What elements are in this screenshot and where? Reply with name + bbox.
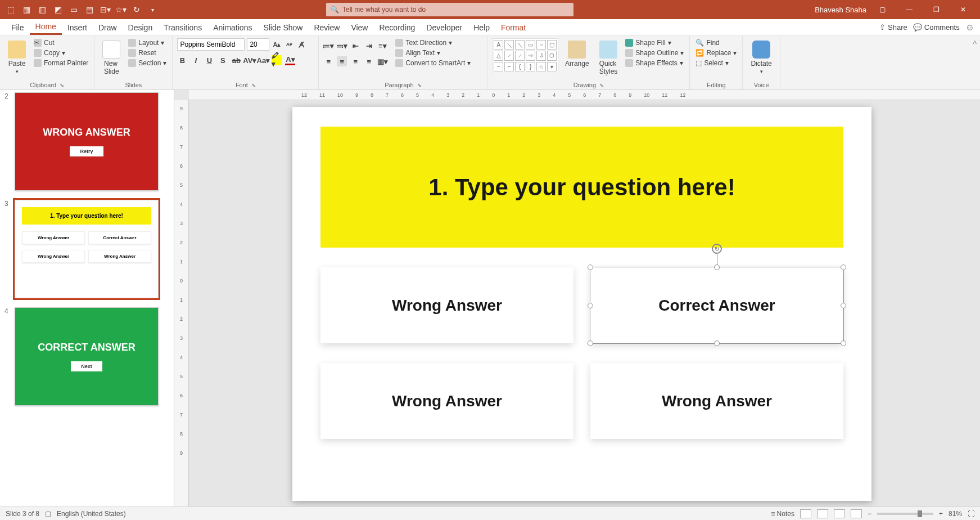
fit-to-window-button[interactable]: ⛶ — [968, 510, 974, 518]
selection-handle-nw[interactable] — [588, 265, 593, 270]
convert-smartart-button[interactable]: Convert to SmartArt ▾ — [394, 59, 472, 68]
shape-brace2-icon[interactable]: } — [526, 62, 535, 71]
selection-handle-w[interactable] — [588, 303, 593, 308]
numbering-button[interactable]: ≕▾ — [337, 41, 347, 51]
decrease-font-icon[interactable]: A▾ — [284, 39, 294, 50]
reset-button[interactable]: Reset — [127, 48, 168, 57]
layout-button[interactable]: Layout ▾ — [127, 38, 168, 47]
zoom-level[interactable]: 81% — [949, 510, 962, 518]
qat-icon-5[interactable]: ▭ — [69, 5, 79, 15]
strikethrough-button[interactable]: ab — [231, 55, 241, 65]
shape-rect-icon[interactable]: ▭ — [526, 40, 535, 50]
shape-curve-icon[interactable]: ～ — [494, 62, 503, 71]
selection-handle-n[interactable] — [714, 265, 720, 270]
zoom-thumb[interactable] — [918, 510, 922, 517]
shape-textbox-icon[interactable]: A — [494, 40, 503, 50]
columns-button[interactable]: ▥▾ — [377, 56, 387, 66]
qat-icon-6[interactable]: ▤ — [84, 5, 94, 15]
qat-icon-2[interactable]: ▦ — [21, 5, 31, 15]
char-spacing-button[interactable]: AV▾ — [245, 55, 255, 65]
qat-customize-icon[interactable]: ▾ — [147, 5, 157, 15]
align-center-button[interactable]: ≡ — [337, 56, 347, 66]
collapse-ribbon-icon[interactable]: ^ — [969, 36, 980, 89]
language-indicator[interactable]: English (United States) — [57, 510, 126, 518]
sorter-view-button[interactable] — [817, 509, 828, 518]
clipboard-launcher-icon[interactable]: ⬊ — [60, 82, 64, 88]
justify-button[interactable]: ≡ — [364, 56, 374, 66]
slide-thumbnail-3[interactable]: 1. Type your question here! Wrong Answer… — [15, 200, 159, 298]
shape-outline-button[interactable]: Shape Outline ▾ — [624, 48, 685, 57]
zoom-slider[interactable] — [877, 513, 933, 515]
minimize-button[interactable]: — — [898, 0, 920, 19]
tab-home[interactable]: Home — [30, 20, 62, 35]
shapes-gallery[interactable]: A ＼ ＼ ▭ ○ ▢ △ ⟋ ⟋ ⇨ ⇩ ⬡ ～ ⌐ { } ☆ ▾ — [492, 38, 558, 73]
redo-icon[interactable]: ↻ — [132, 5, 142, 15]
tab-transitions[interactable]: Transitions — [158, 21, 207, 34]
shape-star-icon[interactable]: ☆ — [536, 62, 546, 71]
tab-format[interactable]: Format — [495, 21, 531, 34]
tab-developer[interactable]: Developer — [421, 21, 468, 34]
question-shape[interactable]: 1. Type your question here! — [320, 127, 843, 248]
paste-button[interactable]: Paste ▾ — [4, 38, 29, 77]
selection-handle-e[interactable] — [841, 303, 846, 308]
shape-arrow5-icon[interactable]: ⇩ — [536, 51, 546, 60]
close-button[interactable]: ✕ — [952, 0, 974, 19]
font-size-input[interactable]: 20 — [247, 38, 269, 51]
font-launcher-icon[interactable]: ⬊ — [251, 82, 256, 88]
selection-handle-se[interactable] — [841, 340, 846, 346]
share-button[interactable]: ⇪Share — [879, 23, 907, 32]
bold-button[interactable]: B — [177, 55, 187, 65]
zoom-out-button[interactable]: − — [868, 510, 871, 518]
thumb-wrap-2[interactable]: 2 WRONG ANSWER Retry — [4, 92, 164, 191]
shadow-button[interactable]: S — [218, 55, 228, 65]
copy-button[interactable]: Copy ▾ — [33, 48, 89, 57]
notes-button[interactable]: ≡ Notes — [771, 510, 794, 518]
tab-insert[interactable]: Insert — [62, 21, 93, 34]
shape-brace1-icon[interactable]: { — [515, 62, 525, 71]
increase-indent-button[interactable]: ⇥ — [364, 41, 374, 51]
shape-line2-icon[interactable]: ＼ — [515, 40, 525, 50]
user-name[interactable]: Bhavesh Shaha — [815, 6, 866, 14]
ribbon-display-icon[interactable]: ▢ — [871, 0, 893, 19]
new-slide-button[interactable]: New Slide — [99, 38, 124, 78]
question-text[interactable]: 1. Type your question here! — [428, 174, 735, 201]
align-left-button[interactable]: ≡ — [323, 56, 333, 66]
rotation-handle[interactable]: ↻ — [712, 244, 722, 254]
shape-arrow4-icon[interactable]: ⇨ — [526, 51, 535, 60]
maximize-button[interactable]: ❐ — [925, 0, 947, 19]
slide-thumbnail-4[interactable]: CORRECT ANSWER Next — [15, 307, 159, 406]
comments-button[interactable]: 💬Comments — [913, 23, 960, 32]
clear-formatting-icon[interactable]: A̸ — [296, 39, 306, 50]
feedback-icon[interactable]: ☺ — [965, 23, 974, 33]
change-case-button[interactable]: Aa▾ — [258, 55, 268, 65]
shape-line-icon[interactable]: ＼ — [504, 40, 514, 50]
align-text-button[interactable]: Align Text ▾ — [394, 48, 472, 57]
select-button[interactable]: ⬚Select ▾ — [694, 59, 738, 68]
slide-thumbnails-panel[interactable]: 2 WRONG ANSWER Retry 3 1. Type your ques… — [0, 90, 174, 506]
cut-button[interactable]: ✂Cut — [33, 38, 89, 47]
qat-icon-7[interactable]: ⊟▾ — [100, 5, 110, 15]
tab-view[interactable]: View — [345, 21, 373, 34]
selection-handle-s[interactable] — [714, 340, 720, 346]
thumb-wrap-4[interactable]: 4 CORRECT ANSWER Next — [4, 307, 164, 406]
slide-editor[interactable]: 1. Type your question here! Wrong Answer… — [292, 107, 871, 501]
answer-shape-2[interactable]: Correct Answer ↻ — [590, 267, 843, 343]
reading-view-button[interactable] — [834, 509, 845, 518]
font-name-input[interactable]: Poppins SemiBold — [177, 38, 245, 51]
tab-design[interactable]: Design — [123, 21, 159, 34]
slide-thumbnail-2[interactable]: WRONG ANSWER Retry — [15, 92, 159, 191]
tab-help[interactable]: Help — [468, 21, 495, 34]
shape-arrow3-icon[interactable]: ⟋ — [515, 51, 525, 60]
tab-draw[interactable]: Draw — [93, 21, 123, 34]
answer-shape-3[interactable]: Wrong Answer — [320, 363, 573, 439]
slide-indicator[interactable]: Slide 3 of 8 — [6, 510, 39, 518]
bullets-button[interactable]: ≔▾ — [323, 41, 333, 51]
shape-arrow1-icon[interactable]: △ — [494, 51, 503, 60]
shape-more-icon[interactable]: ▾ — [547, 62, 557, 71]
italic-button[interactable]: I — [191, 55, 201, 65]
shape-effects-button[interactable]: Shape Effects ▾ — [624, 59, 685, 68]
answer-shape-4[interactable]: Wrong Answer — [590, 363, 843, 439]
slide-canvas-area[interactable]: 1211109876543210123456789101112 98765432… — [174, 90, 980, 506]
dictate-button[interactable]: Dictate ▾ — [747, 38, 775, 77]
qat-icon-8[interactable]: ☆▾ — [116, 5, 126, 15]
